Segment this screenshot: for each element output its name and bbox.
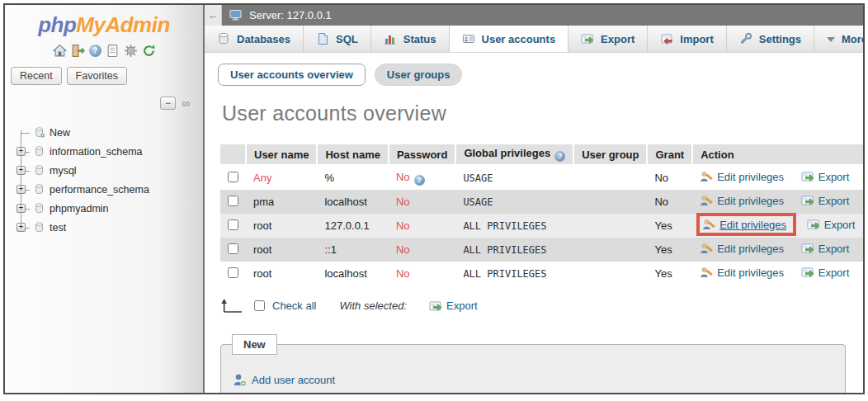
edit-privileges-icon bbox=[700, 242, 713, 255]
header-user-name: User name bbox=[246, 144, 317, 165]
header-global-privileges: Global privileges? bbox=[455, 144, 573, 165]
server-label[interactable]: Server: 127.0.0.1 bbox=[249, 9, 332, 21]
cell-grant: Yes bbox=[647, 262, 692, 285]
cell-grant: No bbox=[647, 165, 692, 190]
edit-privileges-link[interactable]: Edit privileges bbox=[700, 194, 784, 207]
expand-icon[interactable]: + bbox=[17, 223, 26, 232]
with-selected-export-link[interactable]: Export bbox=[429, 300, 478, 313]
sql-file-icon bbox=[316, 32, 329, 45]
reload-icon[interactable] bbox=[142, 44, 156, 58]
phpmyadmin-logo[interactable]: phpMyAdmin bbox=[5, 5, 203, 40]
cell-user-group bbox=[573, 190, 647, 214]
action-label: Export bbox=[818, 243, 850, 255]
cell-password: No bbox=[389, 262, 455, 285]
expand-icon[interactable]: + bbox=[17, 185, 26, 194]
cell-grant: Yes bbox=[647, 238, 692, 262]
export-icon bbox=[429, 300, 442, 313]
help-icon[interactable]: ? bbox=[414, 175, 425, 186]
edit-privileges-link[interactable]: Edit privileges bbox=[700, 170, 784, 183]
tab-more[interactable]: More bbox=[814, 26, 865, 52]
header-action: Action bbox=[692, 144, 863, 165]
database-icon bbox=[34, 164, 45, 177]
cell-global-privileges: ALL PRIVILEGES bbox=[455, 262, 573, 285]
logout-icon[interactable] bbox=[71, 44, 85, 58]
expand-icon[interactable]: + bbox=[17, 166, 26, 175]
app-window: phpMyAdmin ? Recent Favorites − ∞ New + bbox=[3, 3, 865, 394]
chevron-down-icon bbox=[827, 37, 835, 46]
check-all-label[interactable]: Check all bbox=[272, 300, 316, 312]
tree-item-information-schema[interactable]: + information_schema bbox=[17, 142, 203, 161]
row-checkbox[interactable] bbox=[228, 219, 238, 230]
add-user-account-link[interactable]: Add user account bbox=[233, 373, 335, 387]
recent-button[interactable]: Recent bbox=[11, 67, 62, 85]
page-content: User accounts overview User groups User … bbox=[205, 53, 863, 393]
link-with-main-icon[interactable]: ∞ bbox=[182, 97, 190, 109]
status-chart-icon bbox=[384, 32, 397, 45]
row-checkbox[interactable] bbox=[228, 243, 238, 254]
tab-export[interactable]: Export bbox=[568, 26, 648, 52]
cell-global-privileges: ALL PRIVILEGES bbox=[455, 214, 573, 238]
tab-databases[interactable]: Databases bbox=[205, 26, 304, 52]
export-link[interactable]: Export bbox=[801, 266, 850, 279]
export-link[interactable]: Export bbox=[801, 170, 850, 183]
export-link[interactable]: Export bbox=[801, 242, 850, 255]
sidebar-collapse-button[interactable]: ← bbox=[205, 5, 222, 26]
expand-icon[interactable]: + bbox=[17, 204, 26, 213]
docs-icon[interactable] bbox=[106, 44, 120, 58]
tab-status[interactable]: Status bbox=[371, 26, 450, 52]
tab-import[interactable]: Import bbox=[648, 26, 726, 52]
edit-privileges-link[interactable]: Edit privileges bbox=[700, 266, 784, 279]
row-checkbox[interactable] bbox=[228, 267, 238, 278]
tab-user-accounts[interactable]: User accounts bbox=[450, 26, 569, 52]
subtab-user-accounts-overview[interactable]: User accounts overview bbox=[218, 64, 366, 86]
export-link[interactable]: Export bbox=[807, 218, 856, 231]
server-breadcrumb: Server: 127.0.0.1 bbox=[222, 5, 863, 26]
tree-item-new[interactable]: New bbox=[17, 123, 203, 142]
collapse-all-button[interactable]: − bbox=[160, 97, 176, 110]
with-selected-label: With selected: bbox=[339, 300, 407, 312]
help-icon[interactable]: ? bbox=[89, 45, 101, 57]
tree-item-phpmyadmin[interactable]: + phpmyadmin bbox=[17, 199, 203, 218]
edit-privileges-link[interactable]: Edit privileges bbox=[702, 218, 786, 231]
header-checkbox-column bbox=[220, 144, 246, 165]
header-user-group: User group bbox=[573, 144, 647, 165]
export-icon bbox=[801, 170, 814, 183]
header-password: Password bbox=[389, 144, 455, 165]
tab-sql[interactable]: SQL bbox=[304, 26, 371, 52]
subtab-user-groups[interactable]: User groups bbox=[375, 64, 463, 86]
sidebar-nav-icons: ? bbox=[5, 40, 203, 65]
page-title: User accounts overview bbox=[222, 101, 850, 125]
row-checkbox[interactable] bbox=[228, 196, 238, 206]
help-icon[interactable]: ? bbox=[554, 151, 565, 162]
tab-label: More bbox=[842, 33, 865, 45]
main-panel: ← Server: 127.0.0.1 Databases SQL Status bbox=[205, 5, 863, 393]
gear-icon[interactable] bbox=[124, 44, 138, 58]
cell-user-name: root bbox=[246, 214, 317, 238]
header-grant: Grant bbox=[647, 144, 692, 165]
tab-settings[interactable]: Settings bbox=[727, 26, 814, 52]
tree-item-mysql[interactable]: + mysql bbox=[17, 161, 203, 180]
sub-tabs: User accounts overview User groups bbox=[218, 64, 850, 86]
new-user-fieldset: New Add user account bbox=[220, 334, 846, 393]
tree-item-label: phpmyadmin bbox=[50, 203, 109, 215]
edit-privileges-link[interactable]: Edit privileges bbox=[700, 242, 784, 255]
tree-item-test[interactable]: + test bbox=[17, 218, 203, 237]
home-icon[interactable] bbox=[53, 44, 67, 58]
cell-action: Edit privileges Export Lock bbox=[692, 190, 863, 214]
favorites-button[interactable]: Favorites bbox=[67, 67, 127, 85]
cell-host-name: localhost bbox=[317, 190, 388, 214]
export-link[interactable]: Export bbox=[801, 194, 850, 207]
database-icon bbox=[34, 183, 45, 196]
tree-item-performance-schema[interactable]: + performance_schema bbox=[17, 180, 203, 199]
action-label: Edit privileges bbox=[719, 219, 786, 231]
server-bar: ← Server: 127.0.0.1 bbox=[205, 5, 863, 26]
row-checkbox[interactable] bbox=[228, 172, 238, 182]
annotation-highlight-box: Edit privileges bbox=[696, 213, 796, 236]
check-all-checkbox[interactable] bbox=[254, 300, 265, 311]
cell-user-name: root bbox=[246, 262, 317, 285]
add-user-label: Add user account bbox=[252, 374, 335, 386]
cell-grant: No bbox=[647, 190, 692, 214]
cell-user-group bbox=[573, 262, 647, 285]
expand-icon[interactable]: + bbox=[17, 147, 26, 156]
cell-user-group bbox=[573, 214, 647, 238]
